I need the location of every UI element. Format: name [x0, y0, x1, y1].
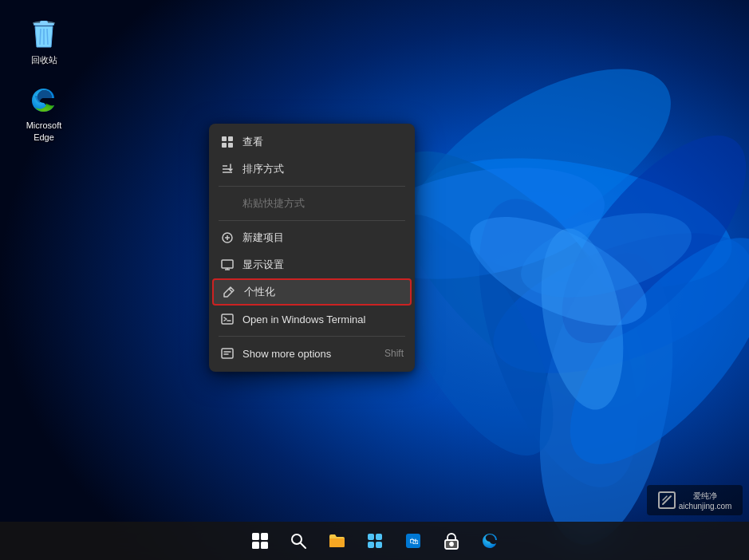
desktop: 回收站 — [0, 0, 749, 560]
menu-item-sort[interactable]: 排序方式 — [209, 156, 415, 183]
taskbar-edge-button[interactable] — [472, 523, 507, 558]
menu-item-new[interactable]: 新建项目 — [209, 224, 415, 251]
menu-new-label: 新建项目 — [242, 231, 404, 245]
watermark-url: aichunjing.com — [679, 502, 732, 511]
svg-rect-39 — [261, 542, 268, 549]
svg-rect-36 — [252, 533, 259, 540]
svg-rect-37 — [261, 533, 268, 540]
svg-line-18 — [47, 29, 48, 45]
menu-item-display[interactable]: 显示设置 — [209, 251, 415, 278]
svg-point-19 — [33, 22, 55, 26]
watermark-logo: 爱纯净 — [679, 491, 732, 502]
menu-personalize-label: 个性化 — [244, 285, 402, 299]
edge-icon — [28, 85, 60, 116]
desktop-icon-edge[interactable]: Microsoft Edge — [16, 81, 72, 146]
menu-item-more-options[interactable]: Show more options Shift — [209, 340, 415, 367]
svg-point-40 — [292, 534, 302, 544]
taskbar-widgets-button[interactable] — [357, 523, 392, 558]
new-icon — [220, 231, 235, 245]
svg-line-52 — [663, 496, 667, 500]
svg-rect-45 — [376, 542, 382, 548]
svg-line-16 — [40, 29, 41, 45]
svg-rect-44 — [368, 542, 374, 548]
menu-sort-label: 排序方式 — [242, 162, 404, 176]
menu-item-paste-shortcut: 粘贴快捷方式 — [209, 190, 415, 217]
svg-rect-22 — [222, 143, 227, 148]
svg-rect-23 — [228, 143, 233, 148]
svg-text:🛍: 🛍 — [408, 536, 418, 546]
desktop-icon-recycle-bin[interactable]: 回收站 — [16, 16, 72, 69]
recycle-bin-label: 回收站 — [31, 54, 57, 65]
menu-separator-3 — [219, 336, 405, 337]
svg-rect-31 — [222, 314, 233, 324]
svg-rect-38 — [252, 542, 259, 549]
svg-rect-33 — [222, 349, 233, 358]
menu-item-terminal[interactable]: Open in Windows Terminal — [209, 306, 415, 333]
menu-separator-2 — [219, 220, 405, 221]
taskbar-start-button[interactable] — [242, 523, 278, 558]
svg-line-51 — [663, 496, 671, 504]
menu-more-shortcut: Shift — [384, 348, 404, 359]
menu-terminal-label: Open in Windows Terminal — [242, 314, 404, 325]
context-menu: 查看 排序方式 粘贴快捷方式 — [209, 124, 415, 372]
watermark: 爱纯净 aichunjing.com — [647, 485, 743, 515]
svg-rect-21 — [228, 136, 233, 141]
menu-separator-1 — [219, 186, 405, 187]
menu-display-label: 显示设置 — [242, 258, 404, 272]
menu-paste-label: 粘贴快捷方式 — [242, 196, 404, 211]
taskbar-store-button[interactable]: 🛍 — [396, 523, 431, 558]
svg-rect-43 — [376, 534, 382, 540]
svg-rect-20 — [222, 136, 227, 141]
recycle-bin-icon — [28, 19, 60, 51]
taskbar-search-button[interactable] — [281, 523, 316, 558]
taskbar-file-explorer-button[interactable] — [319, 523, 354, 558]
view-icon — [220, 135, 235, 149]
terminal-icon — [220, 312, 235, 326]
menu-more-label: Show more options — [242, 348, 376, 360]
svg-line-30 — [229, 289, 232, 292]
svg-rect-27 — [222, 260, 233, 268]
more-options-icon — [220, 346, 235, 361]
paste-icon — [220, 196, 235, 211]
edge-label: Microsoft Edge — [19, 120, 69, 143]
menu-item-personalize[interactable]: 个性化 — [212, 278, 412, 306]
taskbar: 🛍 — [0, 522, 749, 560]
svg-line-41 — [301, 543, 306, 548]
display-icon — [220, 258, 235, 272]
desktop-icons: 回收站 — [16, 16, 72, 146]
personalize-icon — [222, 285, 236, 299]
menu-view-label: 查看 — [242, 135, 404, 149]
sort-icon — [220, 162, 235, 176]
menu-item-view[interactable]: 查看 — [209, 128, 415, 156]
svg-rect-42 — [368, 534, 374, 540]
taskbar-security-button[interactable] — [434, 523, 469, 558]
